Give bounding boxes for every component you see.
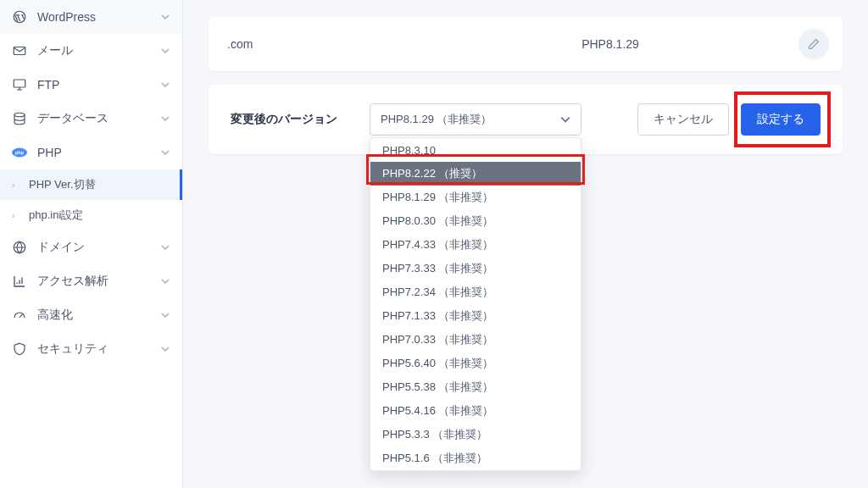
sidebar-item-php[interactable]: php PHP xyxy=(0,136,182,169)
version-select: PHP8.1.29 （非推奨） PHP8.3.10PHP8.2.22 （推奨）P… xyxy=(370,103,581,136)
submit-label: 設定する xyxy=(757,112,804,127)
dropdown-option[interactable]: PHP8.3.10 xyxy=(370,138,581,162)
sidebar-label: メール xyxy=(37,43,160,58)
chevron-down-icon xyxy=(160,114,170,124)
chevron-up-icon xyxy=(160,147,170,158)
sidebar-item-domain[interactable]: ドメイン xyxy=(0,230,182,264)
pencil-icon xyxy=(807,37,821,51)
dropdown-option[interactable]: PHP5.1.6 （非推奨） xyxy=(370,446,581,470)
svg-rect-1 xyxy=(14,47,25,55)
chevron-right-icon: › xyxy=(12,211,22,220)
current-php-version: PHP8.1.29 xyxy=(397,37,824,51)
chevron-down-icon xyxy=(160,310,170,320)
chevron-down-icon xyxy=(160,46,170,56)
chevron-right-icon: › xyxy=(12,180,22,190)
sidebar-sub-label: PHP Ver.切替 xyxy=(29,177,96,192)
chevron-down-icon xyxy=(160,344,170,354)
sidebar-sub-php-ver[interactable]: › PHP Ver.切替 xyxy=(0,169,182,200)
dropdown-option[interactable]: PHP7.3.33 （非推奨） xyxy=(370,257,581,280)
chart-icon xyxy=(12,274,27,289)
sidebar-label: セキュリティ xyxy=(37,341,160,357)
sidebar-item-analytics[interactable]: アクセス解析 xyxy=(0,264,182,298)
shield-icon xyxy=(12,341,27,357)
chevron-down-icon xyxy=(560,114,570,125)
php-icon: php xyxy=(12,145,27,160)
svg-point-3 xyxy=(14,113,25,117)
chevron-down-icon xyxy=(160,242,170,252)
sidebar-item-speed[interactable]: 高速化 xyxy=(0,298,182,332)
sidebar-item-database[interactable]: データベース xyxy=(0,102,182,136)
selected-value: PHP8.1.29 （非推奨） xyxy=(381,112,492,127)
dropdown-option[interactable]: PHP5.3.3 （非推奨） xyxy=(370,423,581,446)
version-dropdown: PHP8.3.10PHP8.2.22 （推奨）PHP8.1.29 （非推奨）PH… xyxy=(370,137,581,471)
form-label: 変更後のバージョン xyxy=(231,112,349,127)
main-content: .com PHP8.1.29 変更後のバージョン PHP8.1.29 （非推奨）… xyxy=(183,0,868,488)
dropdown-option[interactable]: PHP8.2.22 （推奨） xyxy=(370,162,581,186)
database-icon xyxy=(12,111,27,126)
globe-icon xyxy=(12,240,27,255)
dropdown-option[interactable]: PHP7.2.34 （非推奨） xyxy=(370,280,581,304)
dropdown-option[interactable]: PHP7.4.33 （非推奨） xyxy=(370,233,581,257)
form-actions: キャンセル 設定する xyxy=(637,103,821,136)
dropdown-option[interactable]: PHP7.0.33 （非推奨） xyxy=(370,328,581,352)
sidebar-label: データベース xyxy=(37,111,160,126)
wordpress-icon xyxy=(12,9,27,25)
sidebar-label: ドメイン xyxy=(37,240,160,255)
chevron-down-icon xyxy=(160,276,170,286)
mail-icon xyxy=(12,43,27,58)
sidebar-sub-php-ini[interactable]: › php.ini設定 xyxy=(0,200,182,230)
sidebar-label: アクセス解析 xyxy=(37,274,160,289)
sidebar-item-ftp[interactable]: FTP xyxy=(0,68,182,102)
sidebar-label: 高速化 xyxy=(37,308,160,323)
svg-text:php: php xyxy=(15,150,25,155)
sidebar: WordPress メール FTP データベース php PHP › PHP V… xyxy=(0,0,183,488)
dropdown-option[interactable]: PHP5.4.16 （非推奨） xyxy=(370,399,581,423)
chevron-down-icon xyxy=(160,12,170,22)
dropdown-option[interactable]: PHP7.1.33 （非推奨） xyxy=(370,304,581,328)
sidebar-label: PHP xyxy=(37,146,160,159)
edit-button[interactable] xyxy=(798,29,829,59)
sidebar-item-wordpress[interactable]: WordPress xyxy=(0,0,182,34)
sidebar-label: WordPress xyxy=(37,10,160,24)
sidebar-item-mail[interactable]: メール xyxy=(0,34,182,68)
gauge-icon xyxy=(12,308,27,323)
version-form-card: 変更後のバージョン PHP8.1.29 （非推奨） PHP8.3.10PHP8.… xyxy=(209,85,843,154)
domain-header-card: .com PHP8.1.29 xyxy=(209,17,843,71)
current-domain: .com xyxy=(227,37,397,51)
cancel-button[interactable]: キャンセル xyxy=(637,103,729,136)
submit-button[interactable]: 設定する xyxy=(741,103,821,136)
dropdown-option[interactable]: PHP8.0.30 （非推奨） xyxy=(370,209,581,233)
dropdown-option[interactable]: PHP8.1.29 （非推奨） xyxy=(370,186,581,209)
sidebar-sub-label: php.ini設定 xyxy=(29,208,83,223)
sidebar-label: FTP xyxy=(37,78,160,92)
dropdown-option[interactable]: PHP5.6.40 （非推奨） xyxy=(370,352,581,375)
cancel-label: キャンセル xyxy=(654,112,713,127)
monitor-icon xyxy=(12,77,27,92)
svg-rect-2 xyxy=(14,80,25,87)
dropdown-option[interactable]: PHP5.5.38 （非推奨） xyxy=(370,375,581,399)
sidebar-item-security[interactable]: セキュリティ xyxy=(0,332,182,366)
version-select-trigger[interactable]: PHP8.1.29 （非推奨） xyxy=(370,103,581,136)
chevron-down-icon xyxy=(160,80,170,90)
